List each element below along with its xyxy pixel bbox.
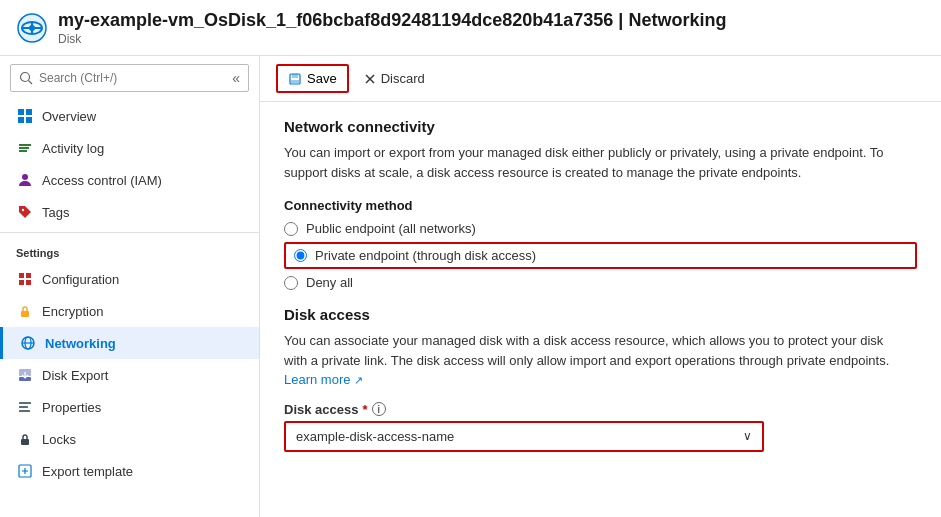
- sidebar-item-disk-export[interactable]: Disk Export: [0, 359, 259, 391]
- search-box[interactable]: «: [10, 64, 249, 92]
- svg-rect-26: [19, 402, 31, 404]
- sidebar-item-networking[interactable]: Networking: [0, 327, 259, 359]
- sidebar-item-overview[interactable]: Overview: [0, 100, 259, 132]
- radio-public[interactable]: Public endpoint (all networks): [284, 221, 917, 236]
- sidebar-item-properties[interactable]: Properties: [0, 391, 259, 423]
- svg-rect-32: [292, 74, 298, 78]
- disk-export-label: Disk Export: [42, 368, 108, 383]
- disk-access-section: Disk access You can associate your manag…: [284, 306, 917, 452]
- radio-deny-input[interactable]: [284, 276, 298, 290]
- encryption-label: Encryption: [42, 304, 103, 319]
- disk-export-icon: [16, 366, 34, 384]
- learn-more-link[interactable]: Learn more: [284, 372, 350, 387]
- locks-icon: [16, 430, 34, 448]
- svg-line-6: [29, 81, 33, 85]
- save-icon: [288, 72, 302, 86]
- svg-rect-7: [18, 109, 24, 115]
- svg-point-14: [22, 174, 28, 180]
- discard-button[interactable]: Discard: [353, 65, 436, 92]
- connectivity-method-label: Connectivity method: [284, 198, 917, 213]
- export-template-icon: [16, 462, 34, 480]
- content-body: Network connectivity You can import or e…: [260, 102, 941, 468]
- nav-divider: [0, 232, 259, 233]
- sidebar-item-encryption[interactable]: Encryption: [0, 295, 259, 327]
- svg-rect-20: [21, 311, 29, 317]
- overview-icon: [16, 107, 34, 125]
- svg-rect-28: [19, 410, 30, 412]
- info-icon[interactable]: i: [372, 402, 386, 416]
- discard-label: Discard: [381, 71, 425, 86]
- overview-label: Overview: [42, 109, 96, 124]
- network-active-icon: [19, 334, 37, 352]
- export-template-label: Export template: [42, 464, 133, 479]
- disk-access-label-text: Disk access: [284, 402, 358, 417]
- svg-rect-10: [26, 117, 32, 123]
- radio-public-input[interactable]: [284, 222, 298, 236]
- network-connectivity-title: Network connectivity: [284, 118, 917, 135]
- search-input[interactable]: [39, 71, 179, 85]
- disk-access-desc-text: You can associate your managed disk with…: [284, 333, 889, 368]
- svg-point-5: [21, 73, 30, 82]
- svg-rect-19: [26, 280, 31, 285]
- encryption-icon: [16, 302, 34, 320]
- svg-point-15: [22, 209, 24, 211]
- svg-rect-29: [21, 439, 29, 445]
- settings-section-label: Settings: [0, 237, 259, 263]
- radio-deny-label: Deny all: [306, 275, 353, 290]
- radio-private-label: Private endpoint (through disk access): [315, 248, 536, 263]
- iam-label: Access control (IAM): [42, 173, 162, 188]
- disk-access-title: Disk access: [284, 306, 917, 323]
- dropdown-arrow-icon: ∨: [743, 429, 752, 443]
- page-title: my-example-vm_OsDisk_1_f06bcbaf8d9248119…: [58, 10, 726, 31]
- svg-rect-33: [291, 80, 299, 83]
- svg-rect-27: [19, 406, 28, 408]
- svg-point-4: [29, 25, 35, 31]
- sidebar-item-configuration[interactable]: Configuration: [0, 263, 259, 295]
- sidebar-item-tags[interactable]: Tags: [0, 196, 259, 228]
- svg-rect-9: [18, 117, 24, 123]
- toolbar: Save Discard: [260, 56, 941, 102]
- collapse-button[interactable]: «: [232, 70, 240, 86]
- radio-private-input[interactable]: [294, 249, 307, 262]
- content-area: Save Discard Network connectivity You ca…: [260, 56, 941, 517]
- network-connectivity-desc: You can import or export from your manag…: [284, 143, 904, 182]
- activity-icon: [16, 139, 34, 157]
- required-indicator: *: [362, 402, 367, 417]
- activity-log-label: Activity log: [42, 141, 104, 156]
- networking-label: Networking: [45, 336, 116, 351]
- sidebar-item-locks[interactable]: Locks: [0, 423, 259, 455]
- sidebar-item-export-template[interactable]: Export template: [0, 455, 259, 487]
- radio-private-container[interactable]: Private endpoint (through disk access): [284, 242, 917, 269]
- svg-rect-13: [19, 150, 27, 152]
- svg-rect-11: [19, 144, 31, 146]
- properties-icon: [16, 398, 34, 416]
- disk-access-dropdown-value: example-disk-access-name: [296, 429, 454, 444]
- locks-label: Locks: [42, 432, 76, 447]
- discard-icon: [364, 73, 376, 85]
- svg-rect-16: [19, 273, 24, 278]
- configuration-label: Configuration: [42, 272, 119, 287]
- page-header: my-example-vm_OsDisk_1_f06bcbaf8d9248119…: [0, 0, 941, 56]
- save-button[interactable]: Save: [276, 64, 349, 93]
- disk-access-field-label: Disk access * i: [284, 402, 917, 417]
- properties-label: Properties: [42, 400, 101, 415]
- save-label: Save: [307, 71, 337, 86]
- radio-public-label: Public endpoint (all networks): [306, 221, 476, 236]
- resource-type: Disk: [58, 32, 726, 46]
- radio-deny[interactable]: Deny all: [284, 275, 917, 290]
- svg-rect-18: [19, 280, 24, 285]
- disk-access-dropdown[interactable]: example-disk-access-name ∨: [284, 421, 764, 452]
- resource-icon: [16, 12, 48, 44]
- tags-icon: [16, 203, 34, 221]
- external-link-icon: ↗: [354, 374, 363, 386]
- sidebar-item-iam[interactable]: Access control (IAM): [0, 164, 259, 196]
- sidebar-item-activity-log[interactable]: Activity log: [0, 132, 259, 164]
- search-icon: [19, 71, 33, 85]
- header-text: my-example-vm_OsDisk_1_f06bcbaf8d9248119…: [58, 10, 726, 46]
- network-connectivity-section: Network connectivity You can import or e…: [284, 118, 917, 290]
- disk-access-desc: You can associate your managed disk with…: [284, 331, 904, 390]
- connectivity-radio-group: Public endpoint (all networks) Private e…: [284, 221, 917, 290]
- sidebar: « Overview Activity log Access control (…: [0, 56, 260, 517]
- config-icon: [16, 270, 34, 288]
- tags-label: Tags: [42, 205, 69, 220]
